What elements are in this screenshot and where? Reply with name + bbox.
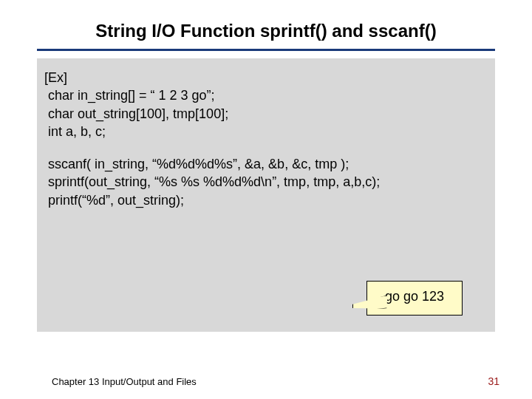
chapter-label: Chapter 13 Input/Output and Files	[52, 376, 197, 387]
code-line: sprintf(out_string, “%s %s %d%d%d\n”, tm…	[44, 173, 488, 191]
title-rule	[37, 49, 495, 51]
code-box: [Ex] char in_string[] = “ 1 2 3 go”; cha…	[37, 58, 495, 332]
slide: String I/O Function sprintf() and sscanf…	[0, 0, 532, 399]
page-number: 31	[488, 375, 499, 387]
slide-title: String I/O Function sprintf() and sscanf…	[33, 21, 499, 49]
code-block: sscanf( in_string, “%d%d%d%s”, &a, &b, &…	[44, 155, 488, 209]
code-line: sscanf( in_string, “%d%d%d%s”, &a, &b, &…	[44, 155, 488, 173]
code-line: char in_string[] = “ 1 2 3 go”;	[44, 86, 488, 104]
output-callout: go go 123	[366, 281, 463, 316]
code-line: int a, b, c;	[44, 123, 488, 140]
code-line: printf(“%d”, out_string);	[44, 191, 488, 209]
code-line: char out_string[100], tmp[100];	[44, 105, 488, 123]
code-line: [Ex]	[44, 69, 488, 86]
